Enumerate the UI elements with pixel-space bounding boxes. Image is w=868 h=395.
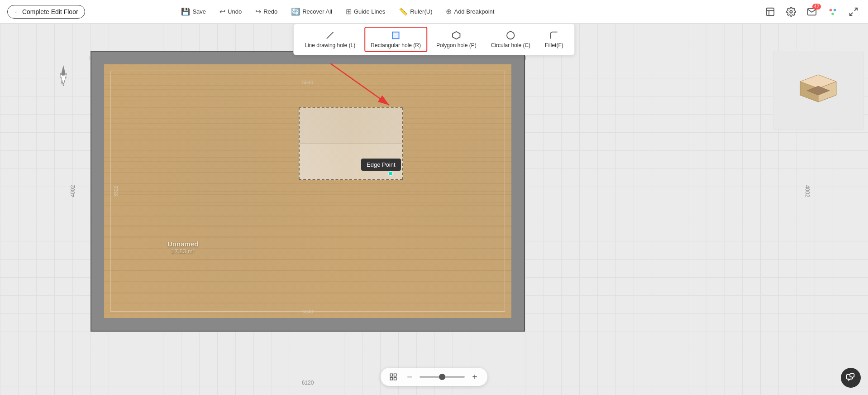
ruler-icon: 📏 [399,7,408,16]
breakpoint-icon: ⊕ [446,7,452,16]
zoom-in-button[interactable]: + [468,371,481,383]
wood-grain [104,112,511,112]
svg-rect-0 [767,8,774,15]
top-toolbar: ← Complete Edit Floor 💾 Save ↩ Undo ↪ Re… [0,0,868,24]
svg-rect-10 [392,32,399,39]
wood-grain [104,146,511,146]
fit-view-button[interactable] [387,371,400,383]
line-drawing-hole-button[interactable]: Line drawing hole (L) [299,28,361,51]
wood-grain [104,135,511,135]
wood-grain [104,78,511,78]
wood-grain [104,270,511,271]
wood-grain [104,293,511,294]
edge-point-tooltip: Edge Point [361,159,401,171]
north-arrow: N [54,64,72,90]
fillet-button[interactable]: Fillet(F) [539,28,569,51]
wood-grain [104,214,511,214]
polygon-hole-button[interactable]: Polygon hole (P) [431,28,482,51]
mail-button[interactable]: 42 [805,5,819,19]
svg-rect-24 [394,374,396,376]
floor-outer: 5640 5640 3522 Unnamed [91,51,525,332]
redo-button[interactable]: ↪ Redo [250,5,283,19]
wood-grain [104,169,511,169]
inner-border [110,71,505,312]
wood-grain [104,225,511,226]
preview-content [773,51,863,130]
fullscreen-button[interactable] [846,5,861,19]
zoom-out-button[interactable]: − [403,371,416,383]
rectangular-hole-icon [391,30,401,40]
save-icon: 💾 [181,7,190,16]
hole-divider [351,108,351,179]
wood-grain [104,89,511,90]
floor-container[interactable]: 5640 5640 3522 Unnamed [91,51,525,332]
search-floorplan-button[interactable] [763,5,777,19]
svg-point-3 [790,10,792,13]
guide-lines-button[interactable]: ⊞ Guide Lines [340,5,391,19]
svg-text:N: N [61,79,65,86]
color-palette-button[interactable] [825,5,840,19]
svg-point-6 [831,12,834,15]
undo-button[interactable]: ↩ Undo [214,5,247,19]
back-button[interactable]: ← Complete Edit Floor [7,5,85,19]
wood-grain [104,180,511,180]
inner-dim-top: 5640 [302,80,313,85]
rect-hole-inner [300,108,402,144]
wood-grain [104,202,511,203]
svg-line-9 [327,32,334,39]
wood-grain [104,157,511,158]
circular-hole-icon [506,30,515,40]
room-name: Unnamed [167,240,198,248]
save-button[interactable]: 💾 Save [176,5,211,19]
outer-dim-left: 4002 [67,51,79,332]
wood-grain [104,259,511,260]
add-breakpoint-button[interactable]: ⊕ Add Breakpoint [440,5,500,19]
room-area: 17.83 m² [167,248,198,255]
zoom-slider[interactable] [420,376,465,378]
svg-point-5 [834,9,836,11]
inner-dim-left: 3522 [113,186,119,197]
svg-point-4 [830,9,832,11]
wood-grain [104,123,511,124]
preview-panel [773,51,863,130]
svg-rect-23 [390,374,392,376]
floor-inner[interactable]: 5640 5640 3522 Unnamed [104,64,511,318]
canvas-area[interactable]: N 6120 6120 4002 4002 [0,24,868,395]
wood-grain [104,191,511,192]
svg-rect-26 [394,378,396,380]
inner-dim-bottom: 5640 [302,309,313,314]
wood-grain [104,101,511,101]
settings-button[interactable] [784,5,798,19]
undo-icon: ↩ [219,7,225,16]
edge-point-dot [388,171,393,176]
hole-toolbar: Line drawing hole (L) Rectangular hole (… [293,24,575,55]
recover-icon: 🔄 [291,7,300,16]
toolbar-center: 💾 Save ↩ Undo ↪ Redo 🔄 Recover All ⊞ Gui… [176,5,500,19]
mail-badge: 42 [812,4,821,10]
recover-all-button[interactable]: 🔄 Recover All [286,5,338,19]
fillet-icon [549,30,559,40]
chat-button[interactable] [841,368,861,388]
rectangular-hole-button[interactable]: Rectangular hole (R) [364,27,427,52]
zoom-controls: − + [381,368,487,386]
svg-line-8 [850,12,853,15]
line-drawing-icon [325,30,335,40]
circular-hole-button[interactable]: Circular hole (C) [486,28,536,51]
svg-line-7 [854,8,857,10]
room-label: Unnamed 17.83 m² [167,240,198,255]
redo-icon: ↪ [255,7,261,16]
svg-rect-25 [390,378,392,380]
svg-marker-11 [453,32,460,39]
ruler-button[interactable]: 📏 Ruler(U) [393,5,438,19]
toolbar-right: 42 [763,5,861,19]
guide-lines-icon: ⊞ [346,7,352,16]
polygon-hole-icon [451,30,461,40]
wood-grain [104,248,511,248]
svg-point-12 [507,32,515,39]
wood-grain [104,236,511,237]
wood-grain [104,282,511,282]
